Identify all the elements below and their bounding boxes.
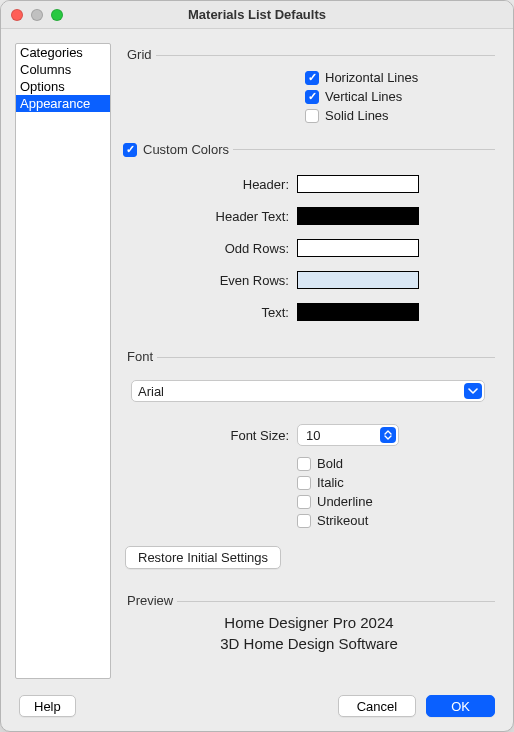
- checkbox-label: Italic: [317, 475, 344, 490]
- check-icon: [305, 71, 319, 85]
- restore-initial-settings-button[interactable]: Restore Initial Settings: [125, 546, 281, 569]
- check-icon: [305, 90, 319, 104]
- label-header-text-color: Header Text:: [137, 209, 289, 224]
- checkbox-horizontal-lines[interactable]: Horizontal Lines: [305, 70, 485, 85]
- swatch-even-rows[interactable]: [297, 271, 419, 289]
- label-even-rows-color: Even Rows:: [137, 273, 289, 288]
- label-odd-rows-color: Odd Rows:: [137, 241, 289, 256]
- group-grid-title: Grid: [123, 47, 156, 62]
- ok-button[interactable]: OK: [426, 695, 495, 717]
- dialog-window: Materials List Defaults Categories Colum…: [0, 0, 514, 732]
- check-icon: [297, 495, 311, 509]
- sidebar: Categories Columns Options Appearance: [15, 43, 111, 679]
- checkbox-custom-colors[interactable]: Custom Colors: [123, 142, 229, 157]
- check-icon: [305, 109, 319, 123]
- font-size-value: 10: [306, 428, 320, 443]
- titlebar: Materials List Defaults: [1, 1, 513, 29]
- main-panel: Grid Horizontal Lines Vertical Lines: [123, 43, 499, 681]
- check-icon: [297, 457, 311, 471]
- checkbox-label: Underline: [317, 494, 373, 509]
- checkbox-underline[interactable]: Underline: [297, 494, 485, 509]
- sidebar-item-appearance[interactable]: Appearance: [16, 95, 110, 112]
- label-font-size: Font Size:: [123, 428, 289, 443]
- sidebar-item-columns[interactable]: Columns: [16, 61, 110, 78]
- checkbox-label: Bold: [317, 456, 343, 471]
- close-window-icon[interactable]: [11, 9, 23, 21]
- stepper-arrows-icon: [380, 427, 396, 443]
- checkbox-bold[interactable]: Bold: [297, 456, 485, 471]
- window-title: Materials List Defaults: [1, 7, 513, 22]
- group-grid: Grid Horizontal Lines Vertical Lines: [123, 47, 495, 127]
- group-font-title: Font: [123, 349, 157, 364]
- label-header-color: Header:: [137, 177, 289, 192]
- zoom-window-icon[interactable]: [51, 9, 63, 21]
- swatch-odd-rows[interactable]: [297, 239, 419, 257]
- traffic-lights: [11, 9, 63, 21]
- group-preview: Preview Home Designer Pro 2024 3D Home D…: [123, 593, 495, 658]
- checkbox-label: Solid Lines: [325, 108, 389, 123]
- swatch-header-text[interactable]: [297, 207, 419, 225]
- check-icon: [123, 143, 137, 157]
- font-family-select[interactable]: Arial: [131, 380, 485, 402]
- group-custom-colors: Custom Colors Header: Header Text: Odd R…: [123, 141, 495, 335]
- checkbox-solid-lines[interactable]: Solid Lines: [305, 108, 485, 123]
- dialog-footer: Help Cancel OK: [1, 689, 513, 731]
- font-family-value: Arial: [138, 384, 164, 399]
- sidebar-item-options[interactable]: Options: [16, 78, 110, 95]
- content-area: Categories Columns Options Appearance Gr…: [1, 29, 513, 689]
- minimize-window-icon: [31, 9, 43, 21]
- checkbox-label: Horizontal Lines: [325, 70, 418, 85]
- sidebar-item-categories[interactable]: Categories: [16, 44, 110, 61]
- swatch-header[interactable]: [297, 175, 419, 193]
- checkbox-italic[interactable]: Italic: [297, 475, 485, 490]
- font-size-stepper[interactable]: 10: [297, 424, 399, 446]
- preview-line-2: 3D Home Design Software: [143, 633, 475, 654]
- checkbox-label: Strikeout: [317, 513, 368, 528]
- swatch-text[interactable]: [297, 303, 419, 321]
- group-preview-title: Preview: [123, 593, 177, 608]
- help-button[interactable]: Help: [19, 695, 76, 717]
- check-icon: [297, 514, 311, 528]
- checkbox-label: Custom Colors: [143, 142, 229, 157]
- cancel-button[interactable]: Cancel: [338, 695, 416, 717]
- label-text-color: Text:: [137, 305, 289, 320]
- preview-line-1: Home Designer Pro 2024: [143, 612, 475, 633]
- checkbox-strikeout[interactable]: Strikeout: [297, 513, 485, 528]
- group-font: Font Arial Font Size: 10: [123, 349, 495, 569]
- checkbox-vertical-lines[interactable]: Vertical Lines: [305, 89, 485, 104]
- check-icon: [297, 476, 311, 490]
- checkbox-label: Vertical Lines: [325, 89, 402, 104]
- chevron-down-icon: [464, 383, 482, 399]
